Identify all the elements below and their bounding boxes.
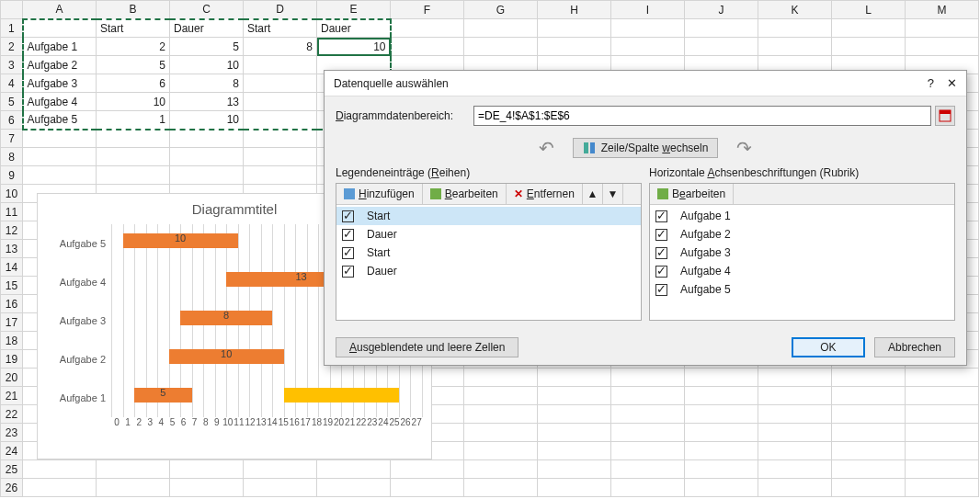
col-header[interactable]: F — [391, 1, 464, 19]
cell[interactable] — [906, 38, 979, 56]
col-header[interactable]: D — [244, 1, 317, 19]
cell[interactable] — [244, 74, 317, 93]
col-header[interactable]: K — [758, 1, 832, 19]
checkbox-icon[interactable]: ✓ — [655, 210, 667, 222]
cell[interactable] — [244, 111, 317, 130]
cell[interactable] — [832, 369, 906, 387]
cell[interactable] — [832, 424, 906, 442]
cell[interactable] — [832, 19, 906, 38]
cell[interactable] — [832, 460, 906, 479]
series-list-item[interactable]: ✓Dauer — [336, 225, 641, 244]
checkbox-icon[interactable]: ✓ — [342, 266, 354, 278]
cell[interactable] — [464, 387, 538, 405]
cell[interactable] — [685, 442, 758, 460]
cell[interactable]: 6 — [97, 74, 170, 93]
cell[interactable] — [170, 479, 244, 497]
cell[interactable] — [611, 19, 685, 38]
cell[interactable] — [611, 387, 685, 405]
cell[interactable] — [685, 405, 758, 424]
row-header[interactable]: 17 — [1, 313, 23, 332]
row-header[interactable]: 18 — [1, 332, 23, 350]
cell[interactable] — [538, 460, 611, 479]
cell[interactable] — [611, 369, 685, 387]
col-header[interactable]: E — [317, 1, 391, 19]
cell[interactable] — [685, 369, 758, 387]
cell[interactable]: 13 — [170, 93, 244, 111]
active-cell[interactable]: 10 — [317, 38, 391, 56]
row-header[interactable]: 21 — [1, 387, 23, 405]
cell[interactable] — [538, 442, 611, 460]
row-header[interactable]: 7 — [1, 130, 23, 148]
axis-list-item[interactable]: ✓Aufgabe 1 — [650, 207, 954, 225]
cell[interactable] — [685, 479, 758, 497]
move-up-button[interactable]: ▲ — [583, 184, 603, 204]
cell[interactable] — [758, 19, 832, 38]
cell[interactable] — [832, 442, 906, 460]
collapse-range-icon[interactable] — [935, 106, 955, 126]
cell[interactable] — [906, 442, 979, 460]
row-header[interactable]: 26 — [1, 479, 23, 497]
axis-list-item[interactable]: ✓Aufgabe 5 — [650, 280, 954, 299]
cell[interactable] — [170, 148, 244, 166]
cell[interactable] — [906, 369, 979, 387]
row-header[interactable]: 16 — [1, 295, 23, 313]
cell[interactable] — [685, 19, 758, 38]
col-header[interactable]: C — [170, 1, 244, 19]
cell[interactable] — [611, 442, 685, 460]
cell[interactable] — [758, 369, 832, 387]
axis-list-item[interactable]: ✓Aufgabe 2 — [650, 225, 954, 244]
cell[interactable] — [170, 460, 244, 479]
row-header[interactable]: 9 — [1, 166, 23, 185]
col-header[interactable]: G — [464, 1, 538, 19]
cell[interactable]: Aufgabe 5 — [23, 111, 97, 130]
move-down-button[interactable]: ▼ — [603, 184, 623, 204]
cell[interactable] — [244, 166, 317, 185]
cell[interactable]: 5 — [170, 38, 244, 56]
cell[interactable] — [170, 166, 244, 185]
help-icon[interactable]: ? — [928, 76, 934, 90]
cell[interactable] — [611, 460, 685, 479]
cell[interactable] — [832, 479, 906, 497]
cell[interactable] — [391, 479, 464, 497]
row-header[interactable]: 8 — [1, 148, 23, 166]
cell[interactable] — [538, 38, 611, 56]
cell[interactable] — [244, 460, 317, 479]
row-header[interactable]: 2 — [1, 38, 23, 56]
checkbox-icon[interactable]: ✓ — [342, 210, 354, 222]
cell[interactable] — [832, 405, 906, 424]
col-header[interactable]: M — [906, 1, 979, 19]
cell[interactable]: 2 — [97, 38, 170, 56]
cell[interactable]: Start — [244, 19, 317, 38]
cell[interactable] — [97, 166, 170, 185]
cell[interactable] — [244, 130, 317, 148]
cell[interactable] — [317, 460, 391, 479]
row-header[interactable]: 13 — [1, 240, 23, 258]
cell[interactable] — [611, 38, 685, 56]
edit-axis-button[interactable]: Bearbeiten — [650, 184, 734, 204]
cell[interactable] — [685, 460, 758, 479]
cell[interactable] — [538, 405, 611, 424]
cell[interactable] — [906, 479, 979, 497]
row-header[interactable]: 5 — [1, 93, 23, 111]
cell[interactable]: 10 — [170, 56, 244, 74]
row-header[interactable]: 24 — [1, 442, 23, 460]
cell[interactable] — [23, 148, 97, 166]
cell[interactable] — [906, 424, 979, 442]
cell[interactable]: 8 — [244, 38, 317, 56]
edit-series-button[interactable]: Bearbeiten — [423, 184, 507, 204]
checkbox-icon[interactable]: ✓ — [342, 247, 354, 259]
cell[interactable] — [97, 148, 170, 166]
row-header[interactable]: 20 — [1, 369, 23, 387]
checkbox-icon[interactable]: ✓ — [655, 247, 667, 259]
col-header[interactable]: H — [538, 1, 611, 19]
col-header[interactable]: L — [832, 1, 906, 19]
cell[interactable] — [97, 130, 170, 148]
cell[interactable]: 10 — [97, 93, 170, 111]
cell[interactable]: 10 — [170, 111, 244, 130]
row-header[interactable]: 12 — [1, 221, 23, 240]
cell[interactable] — [758, 442, 832, 460]
cell[interactable] — [23, 479, 97, 497]
cell[interactable] — [611, 479, 685, 497]
cell[interactable]: 5 — [97, 56, 170, 74]
col-header[interactable]: J — [685, 1, 758, 19]
